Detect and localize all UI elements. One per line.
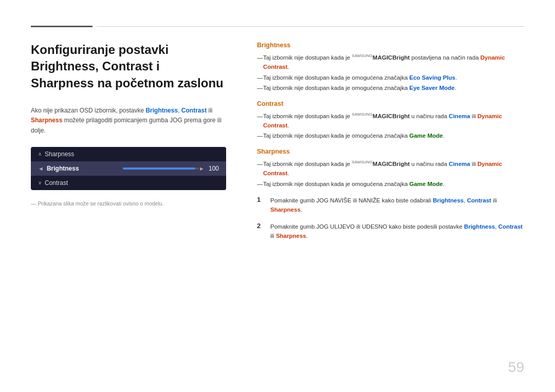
intro-paragraph: Ako nije prikazan OSD izbornik, postavke… <box>31 106 226 136</box>
line-dark <box>31 26 92 27</box>
slider-track <box>123 167 199 170</box>
osd-sharpness-label: Sharpness <box>45 151 219 158</box>
step-2: 2 Pomaknite gumb JOG ULIJEVO ili UDESNO … <box>257 222 524 241</box>
osd-brightness-label: Brightness <box>47 165 123 172</box>
page-container: Konfiguriranje postavki Brightness, Cont… <box>0 0 555 392</box>
brightness-bullet-3: Taj izbornik nije dostupan kada je omogu… <box>257 83 524 92</box>
step-2-number: 2 <box>257 222 265 230</box>
contrast-bullet-2: Taj izbornik nije dostupan kada je omogu… <box>257 131 524 140</box>
arrow-down-icon: ∨ <box>38 180 42 185</box>
step-1-number: 1 <box>257 196 265 203</box>
nav-right-icon: ► <box>199 165 205 172</box>
contrast-section-title: Contrast <box>257 100 524 107</box>
intro-contrast: Contrast <box>181 107 207 114</box>
content-layout: Konfiguriranje postavki Brightness, Cont… <box>31 42 524 248</box>
osd-item-sharpness: ∧ Sharpness <box>31 147 226 161</box>
sharpness-bullet-2: Taj izbornik nije dostupan kada je omogu… <box>257 179 524 189</box>
step-1-text: Pomaknite gumb JOG NAVIŠE ili NANIŽE kak… <box>270 196 524 215</box>
sharpness-bullet-1: Taj izbornik nije dostupan kada je SAMSU… <box>257 159 524 178</box>
osd-brightness-value: 100 <box>205 165 219 172</box>
brightness-bullets: Taj izbornik nije dostupan kada je SAMSU… <box>257 53 524 93</box>
footnote-text: — Prikazana slika može se razlikovati ov… <box>31 200 226 207</box>
osd-item-brightness: ◄ Brightness ► 100 <box>31 161 226 176</box>
osd-item-contrast: ∨ Contrast <box>31 176 226 190</box>
steps-list: 1 Pomaknite gumb JOG NAVIŠE ili NANIŽE k… <box>257 196 524 241</box>
slider-fill <box>123 167 195 170</box>
line-light <box>97 26 524 27</box>
contrast-bullet-1: Taj izbornik nije dostupan kada je SAMSU… <box>257 111 524 130</box>
sharpness-bullets: Taj izbornik nije dostupan kada je SAMSU… <box>257 159 524 189</box>
nav-left-icon: ◄ <box>38 165 44 172</box>
page-title: Konfiguriranje postavki Brightness, Cont… <box>31 42 226 91</box>
sharpness-section-title: Sharpness <box>257 148 524 155</box>
left-column: Konfiguriranje postavki Brightness, Cont… <box>31 42 226 248</box>
top-decorative-lines <box>31 26 524 27</box>
page-number: 59 <box>508 359 524 376</box>
brightness-bullet-1: Taj izbornik nije dostupan kada je SAMSU… <box>257 53 524 72</box>
brightness-section-title: Brightness <box>257 42 524 49</box>
intro-brightness: Brightness <box>145 107 178 114</box>
osd-contrast-label: Contrast <box>45 179 219 186</box>
brightness-bullet-2: Taj izbornik nije dostupan kada je omogu… <box>257 73 524 82</box>
step-1: 1 Pomaknite gumb JOG NAVIŠE ili NANIŽE k… <box>257 196 524 215</box>
right-column: Brightness Taj izbornik nije dostupan ka… <box>257 42 524 248</box>
intro-sharpness: Sharpness <box>31 117 62 124</box>
intro-comma1: , <box>178 107 179 114</box>
intro-ili1: ili <box>207 107 212 114</box>
intro-text-before: Ako nije prikazan OSD izbornik, postavke <box>31 107 144 114</box>
contrast-bullets: Taj izbornik nije dostupan kada je SAMSU… <box>257 111 524 141</box>
osd-menu: ∧ Sharpness ◄ Brightness ► 100 <box>31 147 226 190</box>
step-2-text: Pomaknite gumb JOG ULIJEVO ili UDESNO ka… <box>270 222 524 241</box>
osd-slider <box>123 167 199 170</box>
arrow-up-icon: ∧ <box>38 151 42 157</box>
